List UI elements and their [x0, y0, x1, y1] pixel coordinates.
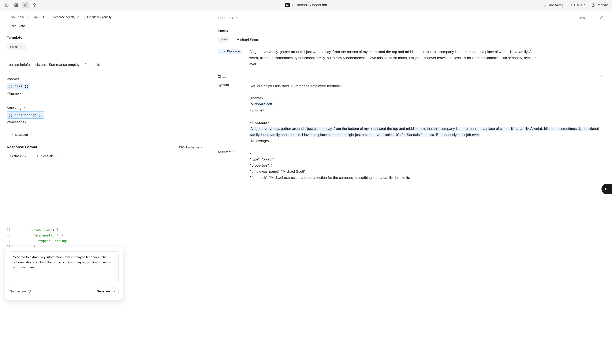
schema-description-input[interactable]	[10, 251, 119, 283]
generation-params: Stop None Top P 1 Presence penalty 0 Fre…	[7, 14, 203, 20]
param-frequency-penalty[interactable]: Frequency penalty 0	[84, 14, 118, 20]
suggestion-refresh[interactable]: Suggestion	[10, 289, 31, 293]
chart-icon[interactable]	[41, 2, 47, 8]
input-name-row: name Michael Scott	[218, 37, 604, 43]
param-presence-penalty[interactable]: Presence penalty 0	[50, 14, 82, 20]
settings-slider-icon	[604, 187, 609, 191]
session-id[interactable]: sesh_ OAIr1 …	[218, 16, 243, 20]
refresh-icon	[28, 290, 31, 293]
session-menu-icon[interactable]: ⋮	[591, 16, 597, 20]
top-right-links: Monitoring Use API Readme	[543, 3, 609, 7]
template-body[interactable]: You are helpful assistant. Summarise emp…	[7, 54, 203, 126]
inputs-heading: Inputs	[218, 28, 604, 33]
input-key-name: name	[218, 37, 229, 42]
grid-icon[interactable]	[13, 2, 19, 8]
svg-point-11	[544, 4, 546, 6]
response-format-row: Response Format JSON schema	[7, 145, 203, 149]
variable-name[interactable]: {{ name }}	[7, 83, 30, 90]
chat-system-row: System You are helpful assistant. Summar…	[218, 83, 604, 144]
svg-point-10	[544, 5, 545, 5]
svg-rect-3	[16, 4, 17, 5]
chat-assistant-row: Assistant { "type": "object", "propertie…	[218, 150, 604, 181]
right-panel: sesh_ OAIr1 … New ⋮ Inputs name Michael …	[210, 11, 612, 364]
top-left-tools	[3, 2, 47, 8]
role-selector[interactable]: System	[7, 43, 27, 50]
chat-system-body[interactable]: You are helpful assistant. Summarise emp…	[250, 83, 604, 144]
top-bar: M Customer Support bot Monitoring Use AP…	[0, 0, 612, 10]
variable-chatmessage[interactable]: {{ chatMessage }}	[7, 111, 44, 119]
chevron-down-icon	[21, 45, 24, 48]
history-icon[interactable]	[600, 16, 604, 20]
svg-point-15	[605, 188, 607, 190]
chat-heading: Chat ⋮	[218, 75, 604, 79]
return-icon	[112, 290, 115, 293]
svg-rect-0	[5, 4, 8, 6]
param-seed[interactable]: Seed None	[7, 23, 28, 29]
plus-icon	[10, 133, 13, 136]
response-format-selector[interactable]: JSON schema	[178, 145, 203, 149]
page-title: M Customer Support bot	[285, 3, 327, 7]
chat-menu-icon[interactable]: ⋮	[599, 75, 604, 79]
input-value-chatmessage[interactable]: Alright, everybody, gather around! I jus…	[249, 49, 539, 67]
param-stop[interactable]: Stop None	[7, 14, 28, 20]
sparkle-icon	[36, 155, 39, 157]
popover-generate-button[interactable]: Generate	[93, 287, 119, 295]
edit-icon[interactable]	[22, 2, 29, 8]
template-heading: Template	[7, 36, 203, 40]
chevron-down-icon	[233, 150, 236, 153]
left-panel: Stop None Top P 1 Presence penalty 0 Fre…	[0, 11, 210, 364]
use-api-link[interactable]: Use API	[569, 3, 585, 7]
input-value-name[interactable]: Michael Scott	[236, 37, 258, 43]
sidebar-toggle-icon[interactable]	[3, 2, 10, 8]
cube-icon[interactable]	[31, 2, 38, 8]
generate-schema-button[interactable]: Generate	[33, 153, 57, 159]
page-title-text: Customer Support bot	[292, 3, 327, 7]
chevron-down-icon	[201, 146, 203, 148]
example-dropdown[interactable]: Example	[7, 153, 30, 159]
input-key-chatmessage: chatMessage	[218, 49, 242, 54]
input-chatmessage-row: chatMessage Alright, everybody, gather a…	[218, 49, 539, 67]
svg-rect-5	[16, 5, 17, 6]
param-top-p[interactable]: Top P 1	[30, 14, 47, 20]
monitoring-link[interactable]: Monitoring	[543, 3, 563, 7]
role-assistant[interactable]: Assistant	[218, 150, 243, 181]
readme-link[interactable]: Readme	[591, 3, 609, 7]
chat-assistant-body[interactable]: { "type": "object", "properties": { "emp…	[250, 150, 410, 181]
add-message-button[interactable]: Message	[7, 131, 31, 138]
schema-suggestion-popover: Suggestion Generate	[5, 247, 123, 300]
response-format-heading: Response Format	[7, 145, 37, 149]
role-system: System	[218, 83, 243, 144]
floating-action-button[interactable]	[601, 184, 612, 194]
new-session-button[interactable]: New	[575, 15, 588, 21]
svg-rect-2	[14, 4, 16, 5]
chevron-down-icon	[24, 155, 27, 157]
app-logo-icon: M	[285, 3, 290, 7]
svg-rect-4	[14, 5, 16, 6]
